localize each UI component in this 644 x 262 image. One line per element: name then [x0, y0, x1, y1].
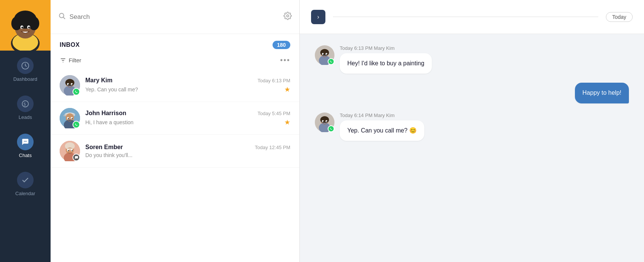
- toggle-sidebar-button[interactable]: ›: [311, 10, 325, 24]
- sidebar: Dashboard $ Leads Chats Calendar: [0, 0, 51, 262]
- sidebar-item-calendar[interactable]: Calendar: [0, 165, 51, 203]
- chat-header: › Today: [300, 0, 644, 34]
- search-bar: [51, 0, 299, 34]
- filter-button[interactable]: Filter: [60, 57, 81, 64]
- msg-bubble-3: Yep. Can you call me? 😊: [340, 120, 424, 141]
- filter-bar: Filter •••: [51, 53, 299, 69]
- svg-point-25: [65, 79, 74, 86]
- svg-point-30: [72, 84, 73, 85]
- filter-label: Filter: [69, 57, 81, 63]
- calendar-label: Calendar: [15, 191, 35, 196]
- chat-panel: › Today: [300, 0, 644, 262]
- svg-text:$: $: [23, 102, 26, 107]
- msg-bubble-wrap-3: Today 6:14 PM Mary Kim Yep. Can you call…: [340, 113, 424, 141]
- star-john: ★: [284, 118, 290, 126]
- search-input[interactable]: [69, 13, 280, 21]
- svg-point-10: [28, 27, 30, 29]
- dashboard-label: Dashboard: [13, 76, 37, 82]
- message-row-3: Today 6:14 PM Mary Kim Yep. Can you call…: [315, 113, 629, 141]
- svg-point-51: [320, 49, 329, 56]
- header-divider: [333, 17, 598, 17]
- msg-bubble-1: Hey! I'd like to buy a painting: [340, 53, 432, 74]
- inbox-panel: INBOX 180 Filter •••: [51, 0, 300, 262]
- avatar-wrap-mary: [60, 75, 80, 96]
- conv-content-john: John Harrison Today 5:45 PM Hi, I have a…: [85, 110, 290, 126]
- msg-meta-3: Today 6:14 PM Mary Kim: [340, 113, 424, 118]
- conv-name-john: John Harrison: [85, 110, 126, 117]
- msg-bubble-wrap-1: Today 6:13 PM Mary Kim Hey! I'd like to …: [340, 45, 432, 74]
- msg-bubble-wrap-2: Happy to help!: [575, 83, 629, 103]
- svg-point-16: [26, 141, 27, 142]
- conversation-item-mary[interactable]: Mary Kim Today 6:13 PM Yep. Can you call…: [51, 69, 299, 102]
- svg-point-63: [323, 121, 324, 122]
- star-mary: ★: [284, 85, 290, 94]
- svg-point-9: [22, 27, 23, 29]
- conv-name-mary: Mary Kim: [85, 77, 112, 84]
- chat-date-badge: Today: [606, 12, 633, 22]
- user-avatar-svg: [0, 0, 51, 51]
- message-badge-soren: [72, 154, 80, 161]
- svg-point-59: [320, 116, 329, 123]
- conv-time-john: Today 5:45 PM: [257, 111, 290, 116]
- conv-content-mary: Mary Kim Today 6:13 PM Yep. Can you call…: [85, 77, 290, 94]
- svg-point-5: [11, 17, 22, 30]
- whatsapp-badge-mary: [72, 88, 80, 96]
- svg-point-14: [24, 141, 25, 142]
- message-row-1: Today 6:13 PM Mary Kim Hey! I'd like to …: [315, 45, 629, 74]
- msg-bubble-2: Happy to help!: [575, 83, 629, 103]
- search-icon: [58, 12, 66, 22]
- msg-meta-1: Today 6:13 PM Mary Kim: [340, 45, 432, 51]
- chats-icon: [17, 134, 34, 150]
- messages-area: Today 6:13 PM Mary Kim Hey! I'd like to …: [300, 34, 644, 262]
- svg-point-48: [72, 150, 73, 151]
- svg-point-56: [326, 54, 327, 55]
- sidebar-item-leads[interactable]: $ Leads: [0, 89, 51, 127]
- svg-point-17: [59, 13, 64, 18]
- svg-point-64: [326, 121, 327, 122]
- wa-badge-msg1: [328, 58, 334, 65]
- msg-avatar-mary-3: [315, 113, 334, 132]
- dashboard-icon: [17, 57, 34, 74]
- more-options-button[interactable]: •••: [280, 56, 290, 65]
- inbox-title: INBOX: [60, 42, 80, 48]
- calendar-icon: [17, 172, 34, 188]
- chats-label: Chats: [19, 153, 32, 158]
- conv-preview-john: Hi, I have a question: [85, 119, 134, 125]
- wa-badge-msg3: [328, 125, 334, 132]
- svg-rect-34: [63, 115, 66, 116]
- conversation-list: Mary Kim Today 6:13 PM Yep. Can you call…: [51, 69, 299, 262]
- sidebar-item-dashboard[interactable]: Dashboard: [0, 51, 51, 89]
- inbox-count-badge: 180: [273, 41, 290, 49]
- conv-preview-mary: Yep. Can you call me?: [85, 86, 138, 92]
- leads-label: Leads: [18, 114, 32, 120]
- settings-icon[interactable]: [283, 12, 292, 22]
- leads-icon: $: [17, 96, 34, 112]
- message-row-2: Happy to help!: [315, 83, 629, 103]
- svg-point-40: [72, 118, 73, 119]
- svg-point-29: [68, 84, 69, 85]
- conversation-item-soren[interactable]: Soren Ember Today 12:45 PM Do you think …: [51, 135, 299, 168]
- svg-point-19: [287, 15, 289, 17]
- conv-preview-soren: Do you think you'll...: [85, 152, 132, 158]
- inbox-header: INBOX 180: [51, 34, 299, 53]
- avatar-wrap-john: [60, 108, 80, 128]
- svg-point-15: [25, 141, 26, 142]
- sidebar-item-chats[interactable]: Chats: [0, 127, 51, 165]
- avatar-wrap-soren: [60, 141, 80, 161]
- conv-name-soren: Soren Ember: [85, 144, 123, 151]
- msg-avatar-mary-1: [315, 45, 334, 65]
- conv-time-soren: Today 12:45 PM: [255, 145, 290, 150]
- svg-line-18: [63, 17, 65, 19]
- svg-point-47: [68, 150, 69, 151]
- svg-point-39: [68, 118, 69, 119]
- svg-point-55: [323, 54, 324, 55]
- svg-point-43: [65, 142, 75, 150]
- conv-content-soren: Soren Ember Today 12:45 PM Do you think …: [85, 144, 290, 158]
- conv-time-mary: Today 6:13 PM: [257, 78, 290, 83]
- whatsapp-badge-john: [72, 121, 80, 128]
- user-avatar-container: [0, 0, 51, 51]
- conversation-item-john[interactable]: John Harrison Today 5:45 PM Hi, I have a…: [51, 102, 299, 135]
- svg-point-6: [29, 17, 39, 30]
